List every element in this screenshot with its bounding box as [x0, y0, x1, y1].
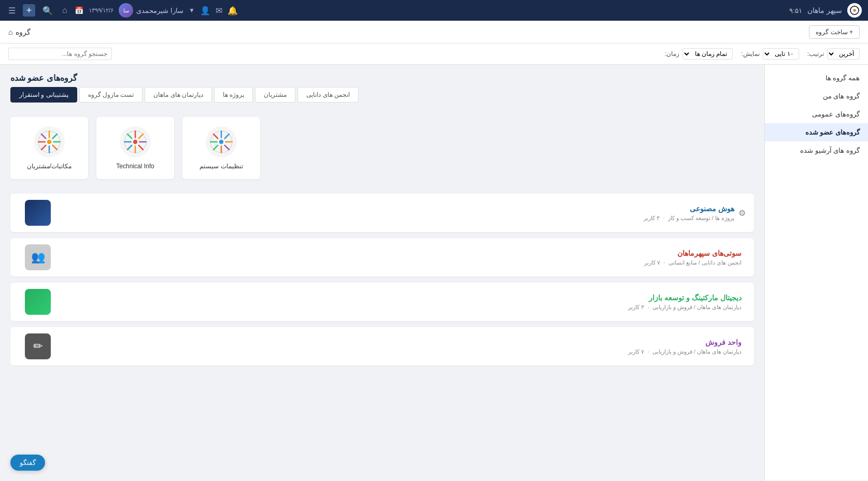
svg-point-21: [133, 140, 137, 144]
page-title: گروه: [16, 28, 31, 36]
group-list-item-funny[interactable]: سوتی‌های سپهرماهان انجمن های دانایی / من…: [10, 238, 754, 276]
svg-line-17: [127, 134, 132, 138]
group-card-icon-settings: [206, 126, 237, 157]
svg-line-8: [53, 145, 57, 150]
chat-button[interactable]: گفتگو: [10, 455, 45, 471]
time-select[interactable]: تمام زمان ها: [682, 48, 733, 60]
current-date: ۱۳۹۹/۱۲/۶: [89, 7, 114, 14]
home-nav-button[interactable]: ⌂: [60, 5, 69, 16]
svg-line-19: [139, 134, 143, 138]
svg-line-29: [225, 134, 229, 138]
mail-icon[interactable]: ✉: [216, 6, 222, 16]
group-meta-marketing: دپارتمان های ماهان / فروش و بازاریابی · …: [51, 304, 742, 311]
user-icon[interactable]: 👤: [200, 6, 210, 16]
display-filter: ۱۰ تایی نمایش:: [741, 48, 799, 60]
dropdown-arrow[interactable]: ▼: [189, 7, 195, 14]
main-layout: همه گروه ها گروه های من گروه‌های عمومی گ…: [0, 65, 868, 480]
group-list-info-funny: سوتی‌های سپهرماهان انجمن های دانایی / من…: [51, 249, 742, 266]
svg-point-11: [47, 140, 51, 144]
group-meta-ai: پروژه ها / توسعه کسب و کار · ۳ کاربر: [51, 215, 734, 222]
tab-knowledge-forums[interactable]: انجمن های دانایی: [297, 87, 359, 103]
page-title-area: گروه ⌂: [8, 28, 31, 36]
search-nav-button[interactable]: 🔍: [40, 5, 55, 17]
svg-point-1: [853, 9, 856, 11]
sort-filter: آخرین ترتیب:: [807, 48, 860, 60]
group-list-info-ai: هوش مصنوعی پروژه ها / توسعه کسب و کار · …: [51, 205, 734, 222]
group-name-ai: هوش مصنوعی: [51, 205, 734, 213]
group-list-info-marketing: دیجیتال مارکتینگ و توسعه بازار دپارتمان …: [51, 294, 742, 311]
time-filter: تمام زمان ها زمان:: [665, 48, 733, 60]
calendar-icon: 📅: [75, 6, 83, 14]
group-name-sales: واحد فروش: [51, 338, 742, 346]
group-thumb-funny: 👥: [25, 244, 51, 270]
group-list-actions-ai: ⚙: [738, 208, 746, 218]
bell-icon[interactable]: 🔔: [227, 6, 238, 16]
svg-line-18: [139, 145, 143, 150]
group-card-icon-clients: [34, 126, 65, 157]
group-list-item-ai[interactable]: ⚙ هوش مصنوعی پروژه ها / توسعه کسب و کار …: [10, 194, 754, 232]
display-select[interactable]: ۱۰ تایی: [763, 48, 799, 60]
sidebar-item-my-groups[interactable]: گروه های من: [765, 87, 868, 105]
group-thumb-sales: ✏: [25, 333, 51, 359]
app-logo: [847, 3, 862, 18]
home-breadcrumb-icon: ⌂: [8, 28, 12, 36]
group-list-info-sales: واحد فروش دپارتمان های ماهان / فروش و با…: [51, 338, 742, 355]
group-meta-sales: دپارتمان های ماهان / فروش و بازاریابی · …: [51, 348, 742, 355]
main-content: گروه‌های عضو شده پشتیبانی و استقرار تست …: [0, 65, 764, 480]
sort-label: ترتیب:: [807, 50, 824, 57]
group-card-name-clients: مکاتبات/مشتریان: [27, 163, 72, 170]
sidebar: همه گروه ها گروه های من گروه‌های عمومی گ…: [764, 65, 868, 480]
svg-point-31: [219, 140, 223, 144]
group-card-clients[interactable]: مکاتبات/مشتریان: [10, 117, 88, 179]
svg-line-20: [127, 145, 132, 150]
svg-line-7: [41, 134, 46, 138]
topnav-right: 🔔 ✉ 👤 ▼ سارا شیرمحمدی سا ۱۳۹۹/۱۲/۶ 📅 ⌂ 🔍…: [6, 3, 238, 18]
tab-test-module[interactable]: تست مازول گروه: [79, 87, 143, 103]
group-card-name-technical: Technical Info: [116, 163, 154, 170]
svg-line-27: [214, 134, 218, 138]
add-nav-button[interactable]: +: [23, 4, 35, 17]
subheader: + ساخت گروه گروه ⌂: [0, 21, 868, 43]
group-card-icon-technical: [120, 126, 151, 157]
group-list: ⚙ هوش مصنوعی پروژه ها / توسعه کسب و کار …: [0, 185, 764, 380]
sidebar-item-member-groups[interactable]: گروه‌های عضو شده: [765, 123, 868, 141]
filter-controls: آخرین ترتیب: ۱۰ تایی نمایش: تمام زمان ها…: [665, 48, 860, 60]
create-group-button[interactable]: + ساخت گروه: [809, 25, 860, 39]
topnav-left: سپهر ماهان ۹:۵۱: [789, 3, 862, 18]
username: سارا شیرمحمدی: [136, 7, 183, 14]
group-thumb-ai: [25, 200, 51, 226]
sidebar-item-public-groups[interactable]: گروه‌های عمومی: [765, 105, 868, 123]
svg-line-10: [41, 145, 46, 150]
sort-select[interactable]: آخرین: [827, 48, 860, 60]
svg-line-9: [53, 134, 57, 138]
group-card-technical[interactable]: Technical Info: [96, 117, 174, 179]
menu-nav-button[interactable]: ☰: [6, 5, 18, 17]
group-name-marketing: دیجیتال مارکتینگ و توسعه بازار: [51, 294, 742, 302]
sidebar-item-all-groups[interactable]: همه گروه ها: [765, 69, 868, 87]
group-card-name-settings: تنظیمات سیستم: [200, 163, 243, 170]
group-list-item-marketing[interactable]: دیجیتال مارکتینگ و توسعه بازار دپارتمان …: [10, 283, 754, 321]
tab-support-deployment[interactable]: پشتیبانی و استقرار: [10, 87, 77, 103]
group-card-settings[interactable]: تنظیمات سیستم: [182, 117, 260, 179]
current-time: ۹:۵۱: [789, 7, 802, 14]
section-title: گروه‌های عضو شده: [10, 73, 77, 83]
avatar: سا: [119, 3, 133, 18]
tab-projects[interactable]: پروژه ها: [214, 87, 253, 103]
tab-customers[interactable]: مشتریان: [255, 87, 295, 103]
app-name: سپهر ماهان: [807, 6, 842, 14]
display-label: نمایش:: [741, 50, 759, 57]
top-navigation: سپهر ماهان ۹:۵۱ 🔔 ✉ 👤 ▼ سارا شیرمحمدی سا…: [0, 0, 868, 21]
section-header: گروه‌های عضو شده: [0, 65, 764, 87]
sidebar-item-archived-groups[interactable]: گروه های آرشیو شده: [765, 141, 868, 159]
group-meta-funny: انجمن های دانایی / منابع انسانی · ۷ کارب…: [51, 259, 742, 266]
group-cards-area: مکاتبات/مشتریان: [0, 111, 764, 185]
search-input[interactable]: [8, 48, 112, 60]
user-profile[interactable]: سارا شیرمحمدی سا: [119, 3, 183, 18]
tab-departments[interactable]: دپارتمان های ماهان: [145, 87, 212, 103]
filter-bar: آخرین ترتیب: ۱۰ تایی نمایش: تمام زمان ها…: [0, 43, 868, 65]
svg-line-28: [225, 145, 229, 150]
gear-icon-ai[interactable]: ⚙: [738, 208, 746, 218]
svg-line-30: [214, 145, 218, 150]
tabs-bar: پشتیبانی و استقرار تست مازول گروه دپارتم…: [0, 87, 764, 103]
group-list-item-sales[interactable]: واحد فروش دپارتمان های ماهان / فروش و با…: [10, 327, 754, 366]
